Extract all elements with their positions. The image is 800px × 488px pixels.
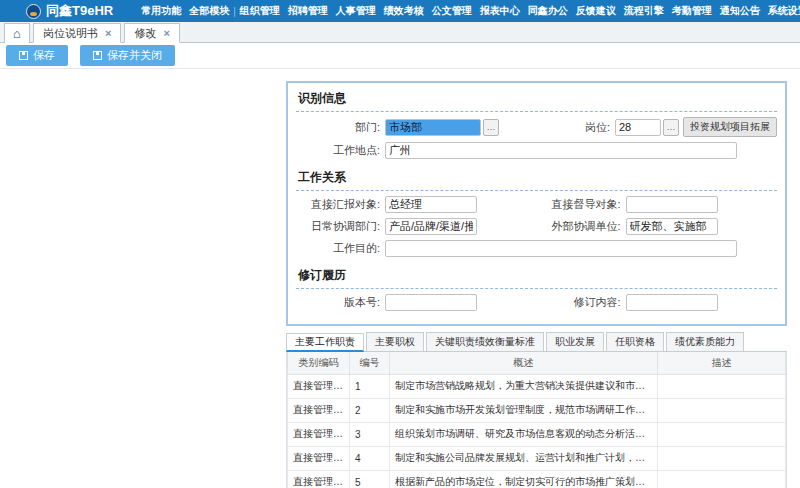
nav-hr-management[interactable]: 人事管理 [332, 4, 380, 18]
nav-report-center[interactable]: 报表中心 [476, 4, 524, 18]
supervise-label: 直接督导对象: [537, 197, 621, 212]
section-divider [296, 288, 777, 289]
version-input[interactable] [385, 294, 477, 311]
form-panel: 识别信息 部门: … 岗位: … 投资规划项目拓展 工作地点: [286, 81, 787, 326]
logo-icon [26, 4, 41, 19]
header-description: 描述 [658, 352, 786, 374]
table-row[interactable]: 直接管理职能 2 制定和实施市场开发策划管理制度，规范市场调研工作流程。 [288, 398, 786, 422]
nav-recruit-management[interactable]: 招聘管理 [284, 4, 332, 18]
section-title-relations: 工作关系 [296, 164, 777, 190]
post-label: 岗位: [526, 120, 610, 135]
tab-position-description[interactable]: 岗位说明书 × [33, 23, 121, 43]
external-coord-input[interactable] [626, 218, 718, 235]
nav-document-management[interactable]: 公文管理 [428, 4, 476, 18]
close-icon[interactable]: × [163, 28, 169, 39]
dept-input[interactable] [385, 119, 481, 136]
nav-workflow-engine[interactable]: 流程引擎 [620, 4, 668, 18]
header-category-code: 类别编码 [288, 352, 350, 374]
cell-summary: 根据新产品的市场定位，制定切实可行的市场推广策划方案。 [390, 470, 658, 488]
save-icon [93, 51, 102, 60]
report-to-input[interactable] [385, 196, 477, 213]
location-label: 工作地点: [296, 143, 380, 158]
toolbar: 保存 保存并关闭 [0, 43, 800, 69]
tab-edit[interactable]: 修改 × [124, 23, 179, 43]
purpose-label: 工作目的: [296, 241, 380, 256]
cell-category-code: 直接管理职能 [288, 446, 350, 470]
internal-coord-label: 日常协调部门: [296, 219, 380, 234]
cell-summary: 组织策划市场调研、研究及市场信息客观的动态分析活动，提供准确可靠的市场情报信息。 [390, 422, 658, 446]
nav-attendance[interactable]: 考勤管理 [668, 4, 716, 18]
header-number: 编号 [350, 352, 390, 374]
cell-description [658, 422, 786, 446]
cell-description [658, 446, 786, 470]
cell-category-code: 直接管理职能 [288, 374, 350, 398]
post-input[interactable] [615, 119, 661, 136]
version-label: 版本号: [296, 295, 380, 310]
close-icon[interactable]: × [105, 28, 111, 39]
home-icon: ⌂ [13, 26, 21, 41]
detail-section: 主要工作职责 主要职权 关键职责绩效衡量标准 职业发展 任职资格 绩优素质能力 … [286, 332, 787, 488]
cell-description [658, 374, 786, 398]
nav-org-management[interactable]: 组织管理 [236, 4, 284, 18]
save-icon [19, 51, 28, 60]
post-name-button[interactable]: 投资规划项目拓展 [683, 117, 777, 137]
tab-strip: ⌂ 岗位说明书 × 修改 × [0, 22, 800, 43]
detail-tab-main-duties[interactable]: 主要工作职责 [286, 333, 364, 352]
supervise-input[interactable] [626, 196, 718, 213]
nav-office[interactable]: 同鑫办公 [524, 4, 572, 18]
dept-label: 部门: [296, 120, 380, 135]
detail-tab-main-authority[interactable]: 主要职权 [366, 332, 424, 351]
table-row[interactable]: 直接管理职能 3 组织策划市场调研、研究及市场信息客观的动态分析活动，提供准确可… [288, 422, 786, 446]
nav-system-settings[interactable]: 系统设置 [764, 4, 800, 18]
nav-performance[interactable]: 绩效考核 [380, 4, 428, 18]
table-row[interactable]: 直接管理职能 5 根据新产品的市场定位，制定切实可行的市场推广策划方案。 [288, 470, 786, 488]
location-input[interactable] [385, 142, 737, 159]
home-tab[interactable]: ⌂ [4, 23, 30, 43]
nav-announcements[interactable]: 通知公告 [716, 4, 764, 18]
post-lookup-button[interactable]: … [663, 119, 679, 136]
detail-tab-career-development[interactable]: 职业发展 [546, 332, 604, 351]
detail-tab-kpi-standards[interactable]: 关键职责绩效衡量标准 [426, 332, 544, 351]
detail-tab-competency[interactable]: 绩优素质能力 [666, 332, 744, 351]
table-row[interactable]: 直接管理职能 1 制定市场营销战略规划，为重大营销决策提供建议和市场信息支持。 [288, 374, 786, 398]
cell-number: 1 [350, 374, 390, 398]
duties-table: 类别编码 编号 概述 描述 直接管理职能 1 制定市场营销战略规划，为重大营销决… [287, 352, 786, 488]
cell-description [658, 398, 786, 422]
detail-tab-qualifications[interactable]: 任职资格 [606, 332, 664, 351]
content-area: 识别信息 部门: … 岗位: … 投资规划项目拓展 工作地点: [0, 69, 800, 488]
purpose-input[interactable] [385, 240, 737, 257]
report-to-label: 直接汇报对象: [296, 197, 380, 212]
cell-number: 3 [350, 422, 390, 446]
cell-category-code: 直接管理职能 [288, 470, 350, 488]
nav-all-modules[interactable]: 全部模块 [185, 4, 233, 18]
cell-description [658, 470, 786, 488]
header-summary: 概述 [390, 352, 658, 374]
table-header-row: 类别编码 编号 概述 描述 [288, 352, 786, 374]
cell-category-code: 直接管理职能 [288, 398, 350, 422]
cell-number: 4 [350, 446, 390, 470]
app-title: 同鑫T9eHR [46, 2, 113, 20]
main-menu: 常用功能 全部模块 | 组织管理 招聘管理 人事管理 绩效考核 公文管理 报表中… [137, 4, 800, 18]
nav-common-functions[interactable]: 常用功能 [137, 4, 185, 18]
revision-content-input[interactable] [626, 294, 718, 311]
dept-lookup-button[interactable]: … [483, 119, 499, 136]
internal-coord-input[interactable] [385, 218, 477, 235]
tab-label: 修改 [134, 26, 156, 41]
save-button[interactable]: 保存 [6, 45, 68, 66]
save-and-close-button[interactable]: 保存并关闭 [80, 45, 175, 66]
top-navbar: 同鑫T9eHR 常用功能 全部模块 | 组织管理 招聘管理 人事管理 绩效考核 … [0, 0, 800, 22]
cell-summary: 制定和实施市场开发策划管理制度，规范市场调研工作流程。 [390, 398, 658, 422]
section-divider [296, 111, 777, 112]
tab-label: 岗位说明书 [43, 26, 98, 41]
duties-table-container: 类别编码 编号 概述 描述 直接管理职能 1 制定市场营销战略规划，为重大营销决… [286, 352, 787, 488]
cell-number: 2 [350, 398, 390, 422]
external-coord-label: 外部协调单位: [537, 219, 621, 234]
nav-feedback[interactable]: 反馈建议 [572, 4, 620, 18]
cell-summary: 制定和实施公司品牌发展规划、运营计划和推广计划，维护公司的品牌形象。 [390, 446, 658, 470]
table-row[interactable]: 直接管理职能 4 制定和实施公司品牌发展规划、运营计划和推广计划，维护公司的品牌… [288, 446, 786, 470]
section-title-revision: 修订履历 [296, 262, 777, 288]
cell-summary: 制定市场营销战略规划，为重大营销决策提供建议和市场信息支持。 [390, 374, 658, 398]
section-divider [296, 190, 777, 191]
revision-content-label: 修订内容: [537, 295, 621, 310]
cell-category-code: 直接管理职能 [288, 422, 350, 446]
